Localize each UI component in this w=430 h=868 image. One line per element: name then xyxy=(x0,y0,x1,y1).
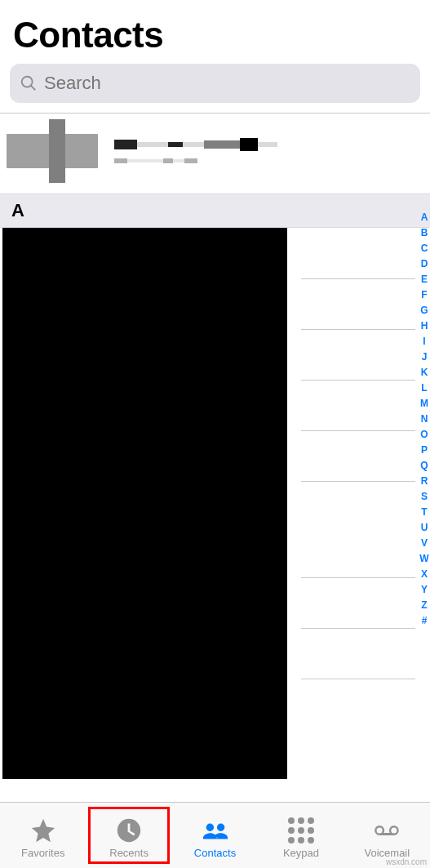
tab-bar: Favorites Recents Contacts Keypad Voicem… xyxy=(0,802,430,868)
clock-icon xyxy=(115,817,143,844)
index-letter[interactable]: Z xyxy=(421,599,427,612)
my-card-text xyxy=(114,140,277,164)
index-letter[interactable]: F xyxy=(421,288,427,302)
index-letter[interactable]: I xyxy=(423,335,425,349)
contacts-list[interactable] xyxy=(0,228,430,783)
tab-label: Keypad xyxy=(283,847,319,859)
search-icon xyxy=(20,74,38,92)
search-container xyxy=(0,64,430,113)
index-letter[interactable]: K xyxy=(421,366,428,380)
avatar xyxy=(7,119,96,183)
alphabet-index[interactable]: ABCDEFGHIJKLMNOPQRSTUVWXYZ# xyxy=(419,211,430,628)
tab-keypad[interactable]: Keypad xyxy=(258,803,344,868)
tab-recents[interactable]: Recents xyxy=(86,803,171,868)
tab-label: Favorites xyxy=(21,847,64,859)
row-divider xyxy=(301,577,415,578)
header: Contacts xyxy=(0,0,430,64)
search-field[interactable] xyxy=(10,64,420,103)
keypad-icon xyxy=(287,817,315,844)
row-divider xyxy=(301,628,415,629)
index-letter[interactable]: W xyxy=(419,552,428,566)
index-letter[interactable]: S xyxy=(421,490,428,504)
tab-label: Recents xyxy=(109,847,149,859)
tab-label: Contacts xyxy=(194,847,236,859)
tab-favorites[interactable]: Favorites xyxy=(0,803,86,868)
row-divider xyxy=(301,679,415,679)
index-letter[interactable]: R xyxy=(421,474,428,488)
row-divider xyxy=(301,278,415,279)
page-title: Contacts xyxy=(13,15,417,56)
redacted-contacts xyxy=(2,228,287,779)
index-letter[interactable]: T xyxy=(421,505,427,519)
index-letter[interactable]: O xyxy=(420,428,428,442)
index-letter[interactable]: B xyxy=(421,226,428,240)
index-letter[interactable]: G xyxy=(420,304,428,318)
index-letter[interactable]: M xyxy=(420,397,428,411)
section-header-a: A xyxy=(0,194,430,228)
tab-contacts[interactable]: Contacts xyxy=(172,803,258,868)
star-icon xyxy=(29,817,57,844)
index-letter[interactable]: Q xyxy=(420,459,428,473)
index-letter[interactable]: P xyxy=(421,443,428,457)
index-letter[interactable]: # xyxy=(422,614,428,628)
watermark: wsxdn.com xyxy=(386,857,427,866)
row-divider xyxy=(301,430,415,431)
index-letter[interactable]: L xyxy=(421,381,427,395)
index-letter[interactable]: D xyxy=(421,257,428,271)
row-divider xyxy=(301,329,415,330)
row-divider xyxy=(301,481,415,482)
index-letter[interactable]: N xyxy=(421,412,428,426)
index-letter[interactable]: X xyxy=(421,568,428,581)
contacts-icon xyxy=(202,817,229,844)
voicemail-icon xyxy=(373,817,401,844)
index-letter[interactable]: C xyxy=(421,242,428,256)
search-input[interactable] xyxy=(44,73,410,94)
index-letter[interactable]: E xyxy=(421,273,428,287)
section-header-label: A xyxy=(11,200,24,221)
index-letter[interactable]: A xyxy=(421,211,428,225)
index-letter[interactable]: U xyxy=(421,521,428,535)
my-card-row[interactable] xyxy=(0,114,430,194)
index-letter[interactable]: J xyxy=(422,350,428,364)
index-letter[interactable]: Y xyxy=(421,583,428,597)
index-letter[interactable]: V xyxy=(421,536,428,550)
index-letter[interactable]: H xyxy=(421,319,428,333)
row-divider xyxy=(301,380,415,381)
